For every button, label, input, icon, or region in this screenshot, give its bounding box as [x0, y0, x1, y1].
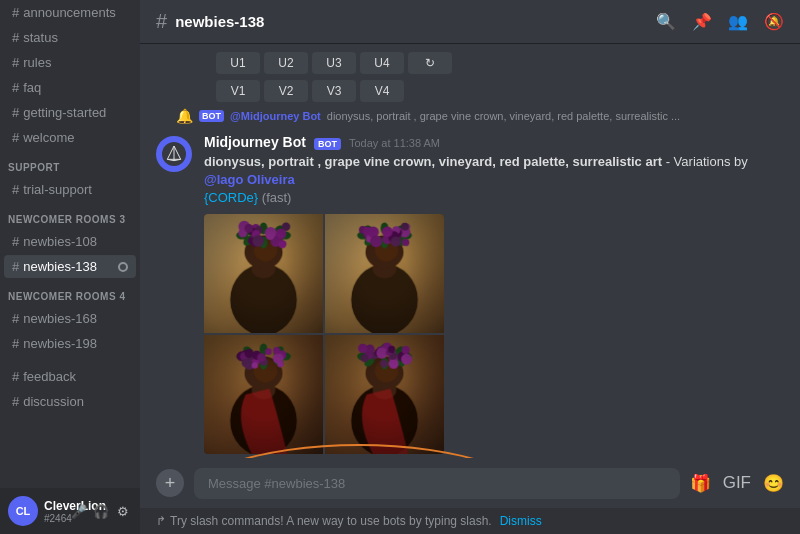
message-speed: (fast)	[262, 190, 292, 205]
top-u3-button[interactable]: U3	[312, 52, 356, 74]
mute-icon[interactable]: 🔕	[764, 12, 784, 31]
hash-icon: #	[156, 10, 167, 33]
sidebar-channel-welcome[interactable]: # welcome	[4, 126, 136, 149]
user-info: CleverLion #2464	[44, 499, 64, 524]
top-v2-button[interactable]: V2	[264, 80, 308, 102]
message-tag: {CORDe}	[204, 190, 258, 205]
sidebar-channel-faq[interactable]: # faq	[4, 76, 136, 99]
message-row: Midjourney Bot BOT Today at 11:38 AM dio…	[156, 132, 784, 458]
message-author: Midjourney Bot	[204, 134, 306, 150]
bot-mention: @Midjourney Bot	[230, 110, 321, 122]
user-count-icon	[118, 262, 128, 272]
message-input[interactable]	[194, 468, 680, 499]
settings-button[interactable]: ⚙	[114, 502, 132, 520]
image-cell-3	[204, 335, 323, 454]
tip-bar: ↱ Try slash commands! A new way to use b…	[140, 508, 800, 534]
avatar: CL	[8, 496, 38, 526]
channel-header: # newbies-138 🔍 📌 👥 🔕	[140, 0, 800, 44]
top-refresh-button[interactable]: ↻	[408, 52, 452, 74]
top-u4-button[interactable]: U4	[360, 52, 404, 74]
sidebar-channel-newbies-198[interactable]: # newbies-198	[4, 332, 136, 355]
top-u2-button[interactable]: U2	[264, 52, 308, 74]
bot-notification: 🔔 BOT @Midjourney Bot dionysus, portrait…	[176, 108, 784, 124]
sidebar-channel-status[interactable]: # status	[4, 26, 136, 49]
user-panel: CL CleverLion #2464 🎤 🎧 ⚙	[0, 488, 140, 534]
sidebar-section-newcomer3: NEWCOMER ROOMS 3	[0, 202, 140, 229]
username: CleverLion	[44, 499, 64, 513]
messages-area: U1 U2 U3 U4 ↻ V1 V2 V3 V4 🔔 BOT @Midjour…	[140, 44, 800, 458]
message-body: Midjourney Bot BOT Today at 11:38 AM dio…	[204, 134, 784, 458]
message-header: Midjourney Bot BOT Today at 11:38 AM	[204, 134, 784, 150]
sidebar-channel-getting-started[interactable]: # getting-started	[4, 101, 136, 124]
message-bold-content: dionysus, portrait , grape vine crown, v…	[204, 154, 662, 169]
sidebar-section-newcomer4: NEWCOMER ROOMS 4	[0, 279, 140, 306]
sidebar-channel-newbies-138[interactable]: # newbies-138	[4, 255, 136, 278]
user-controls: 🎤 🎧 ⚙	[70, 502, 132, 520]
tip-arrow-icon: ↱	[156, 514, 166, 528]
top-u1-button[interactable]: U1	[216, 52, 260, 74]
sidebar-channel-newbies-168[interactable]: # newbies-168	[4, 307, 136, 330]
input-icons: 🎁 GIF 😊	[690, 473, 784, 494]
sidebar-channel-trial-support[interactable]: # trial-support	[4, 178, 136, 201]
emoji-icon[interactable]: 😊	[763, 473, 784, 494]
top-action-buttons-row2: V1 V2 V3 V4	[216, 80, 784, 102]
message-bot-badge: BOT	[314, 138, 341, 150]
message-input-bar: + 🎁 GIF 😊	[140, 458, 800, 508]
search-icon[interactable]: 🔍	[656, 12, 676, 31]
top-action-buttons: U1 U2 U3 U4 ↻	[216, 52, 784, 74]
tip-text: Try slash commands! A new way to use bot…	[170, 514, 492, 528]
image-cell-2	[325, 214, 444, 333]
deafen-button[interactable]: 🎧	[92, 502, 110, 520]
attach-button[interactable]: +	[156, 469, 184, 497]
image-cell-1	[204, 214, 323, 333]
sidebar-channel-rules[interactable]: # rules	[4, 51, 136, 74]
sidebar-channel-feedback[interactable]: # feedback	[4, 365, 136, 388]
sidebar-channel-newbies-108[interactable]: # newbies-108	[4, 230, 136, 253]
bot-notification-text: dionysus, portrait , grape vine crown, v…	[327, 110, 680, 122]
user-tag: #2464	[44, 513, 64, 524]
top-v1-button[interactable]: V1	[216, 80, 260, 102]
main-content: # newbies-138 🔍 📌 👥 🔕 U1 U2 U3 U4 ↻ V1 V…	[140, 0, 800, 534]
members-icon[interactable]: 👥	[728, 12, 748, 31]
top-v3-button[interactable]: V3	[312, 80, 356, 102]
header-icons: 🔍 📌 👥 🔕	[656, 12, 784, 31]
dismiss-button[interactable]: Dismiss	[500, 514, 542, 528]
pin-icon[interactable]: 📌	[692, 12, 712, 31]
top-v4-button[interactable]: V4	[360, 80, 404, 102]
channel-name: newbies-138	[175, 13, 264, 30]
gif-icon[interactable]: GIF	[723, 473, 751, 494]
sidebar: # announcements # status # rules # faq #…	[0, 0, 140, 534]
image-cell-4	[325, 335, 444, 454]
message-time: Today at 11:38 AM	[349, 137, 440, 149]
message-user-mention: @lago Oliveira	[204, 172, 295, 187]
sidebar-channel-discussion[interactable]: # discussion	[4, 390, 136, 413]
image-grid	[204, 214, 444, 454]
message-content: dionysus, portrait , grape vine crown, v…	[204, 153, 784, 208]
bot-badge: BOT	[199, 110, 224, 122]
bot-avatar	[156, 136, 192, 172]
mute-button[interactable]: 🎤	[70, 502, 88, 520]
message-suffix: - Variations by	[666, 154, 748, 169]
gift-icon[interactable]: 🎁	[690, 473, 711, 494]
sidebar-channel-announcements[interactable]: # announcements	[4, 1, 136, 24]
sidebar-section-support: SUPPORT	[0, 150, 140, 177]
